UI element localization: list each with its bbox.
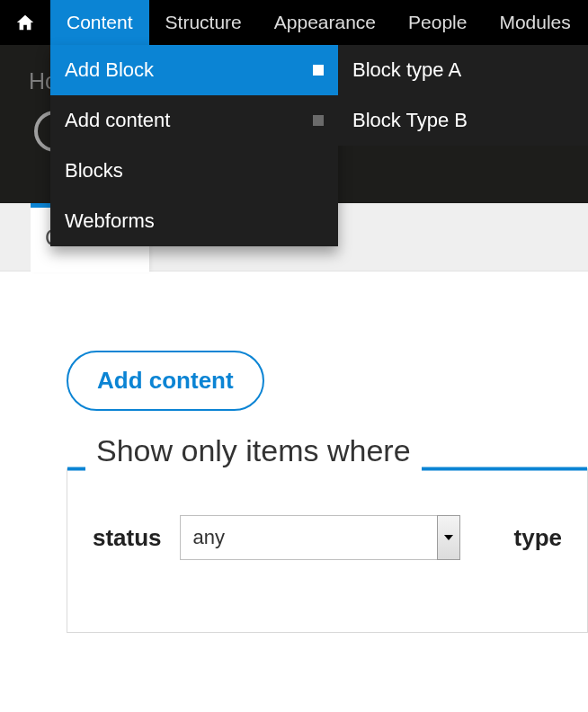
content-dropdown: Add Block Add content Blocks Webforms (50, 45, 338, 246)
add-content-button[interactable]: Add content (67, 351, 264, 411)
admin-toolbar: Content Structure Appearance People Modu… (0, 0, 588, 45)
toolbar-item-structure[interactable]: Structure (149, 0, 258, 45)
legend-line-left (67, 467, 85, 470)
button-label: Add content (97, 367, 234, 394)
toolbar-label: Appearance (274, 12, 376, 33)
dropdown-label: Add content (65, 109, 170, 132)
chevron-down-icon[interactable] (437, 515, 460, 560)
legend-line-right (422, 467, 587, 470)
submenu-item-block-type-b[interactable]: Block Type B (338, 95, 588, 146)
toolbar-label: Structure (165, 12, 242, 33)
toolbar-item-modules[interactable]: Modules (483, 0, 586, 45)
dropdown-label: Blocks (65, 159, 123, 182)
dropdown-label: Webforms (65, 209, 155, 233)
toolbar-item-appearance[interactable]: Appearance (258, 0, 392, 45)
filter-fieldset: Show only items where status any type (67, 468, 588, 633)
home-icon[interactable] (0, 0, 50, 45)
status-select[interactable]: any (180, 515, 460, 560)
filter-row: status any type (93, 515, 562, 560)
content-submenu: Block type A Block Type B (338, 45, 588, 146)
submenu-indicator-icon (313, 115, 324, 126)
status-label: status (93, 524, 162, 552)
status-value: any (193, 526, 225, 549)
toolbar-label: People (408, 12, 467, 33)
toolbar-label: Content (67, 12, 133, 33)
dropdown-item-add-block[interactable]: Add Block (50, 45, 338, 95)
dropdown-item-blocks[interactable]: Blocks (50, 146, 338, 196)
toolbar-item-content[interactable]: Content (50, 0, 149, 45)
content-area: Add content Show only items where status… (0, 271, 588, 633)
submenu-item-block-type-a[interactable]: Block type A (338, 45, 588, 95)
dropdown-item-add-content[interactable]: Add content (50, 95, 338, 146)
submenu-indicator-icon (313, 65, 324, 76)
toolbar-label: Modules (499, 12, 570, 33)
submenu-label: Block Type B (352, 109, 468, 132)
toolbar-item-people[interactable]: People (392, 0, 483, 45)
dropdown-label: Add Block (65, 58, 154, 82)
dropdown-item-webforms[interactable]: Webforms (50, 196, 338, 246)
fieldset-legend: Show only items where (85, 433, 422, 468)
type-label: type (514, 524, 562, 552)
submenu-label: Block type A (352, 58, 461, 82)
